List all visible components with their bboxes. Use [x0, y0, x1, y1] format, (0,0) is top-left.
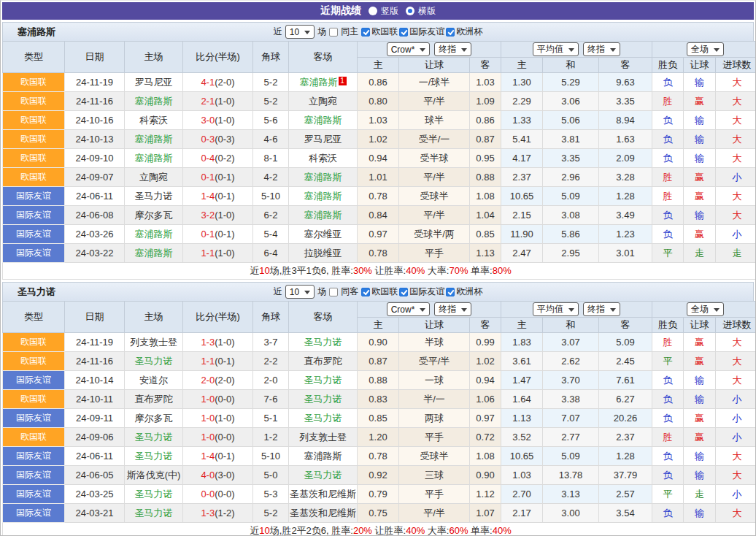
avg-source-select[interactable]: 平均值: [533, 42, 579, 56]
odds-away-cell: 0.88: [470, 168, 501, 187]
corner-cell: 2-2: [253, 352, 289, 371]
away-team-cell: 圣马力诺: [289, 390, 358, 409]
odds-source-select[interactable]: Crow*: [387, 302, 431, 316]
competition-checkbox[interactable]: [399, 288, 408, 296]
avg-source-select[interactable]: 平均值: [533, 302, 579, 316]
chevron-down-icon: [610, 48, 616, 55]
away-team-cell: 塞浦路斯: [289, 111, 358, 130]
odds-home-cell: 0.84: [358, 206, 399, 225]
avg-draw-cell: 3.13: [543, 485, 599, 504]
competition-checkbox[interactable]: [399, 28, 408, 37]
result-cell: 负: [652, 225, 684, 244]
match-type-cell: 欧国联: [3, 352, 65, 371]
summary-segment: 10: [259, 525, 269, 536]
avg-stage-select[interactable]: 终指: [583, 42, 620, 56]
competition-checkbox[interactable]: [361, 288, 370, 296]
handicap-cell: 平手: [399, 428, 470, 447]
date-cell: 24-03-26: [65, 225, 125, 244]
home-team-cell: 塞浦路斯: [125, 244, 183, 263]
match-type-cell: 欧国联: [3, 92, 65, 111]
home-team-cell: 塞浦路斯: [125, 92, 183, 111]
handicap-cell: 平/半: [399, 168, 470, 187]
handicap-result-cell: 输: [684, 390, 716, 409]
avg-home-cell: 2.37: [501, 168, 543, 187]
odds-stage-select[interactable]: 终指: [434, 302, 471, 316]
goals-cell: 大: [716, 187, 756, 206]
chevron-down-icon: [461, 308, 467, 315]
date-cell: 24-06-11: [65, 447, 125, 466]
col-header-home: 主场: [125, 42, 183, 73]
handicap-cell: 平手: [399, 244, 470, 263]
same-venue-checkbox[interactable]: [329, 288, 338, 296]
handicap-cell: 球半: [399, 111, 470, 130]
odds-away-cell: 1.08: [470, 447, 501, 466]
rank-badge: 1: [339, 77, 347, 85]
summary-segment: 60%: [449, 525, 468, 536]
avg-draw-cell: 13.78: [543, 466, 599, 485]
chevron-down-icon: [714, 48, 720, 55]
score-cell: 3-2(1-0): [183, 206, 253, 225]
col-header-corners: 角球: [253, 42, 289, 73]
away-team-cell: 塞尔维亚: [289, 225, 358, 244]
matches-table: 类型 日期 主场 比分(半场) 角球 客场 Crow* 终指 平均值: [2, 301, 756, 536]
avg-away-cell: 3.01: [599, 244, 652, 263]
vertical-radio[interactable]: [369, 7, 377, 15]
competition-checkboxes: 欧国联国际友谊欧洲杯: [361, 286, 482, 298]
match-count-select[interactable]: 10: [285, 25, 315, 39]
odds-away-cell: 0.99: [470, 333, 501, 352]
scope-select[interactable]: 全场: [687, 302, 724, 316]
match-row: 国际友谊24-06-11圣马力诺1-4(0-1)5-10塞浦路斯0.78受球半1…: [3, 447, 756, 466]
avg-stage-select[interactable]: 终指: [583, 302, 620, 316]
result-cell: 胜: [652, 187, 684, 206]
col-header-avg-draw: 和: [543, 318, 599, 333]
col-header-avg-home: 主: [501, 318, 543, 333]
col-header-score: 比分(半场): [183, 42, 253, 73]
col-header-type: 类型: [3, 302, 65, 333]
avg-away-cell: 2.57: [599, 485, 652, 504]
avg-draw-cell: 5.09: [543, 187, 599, 206]
competition-checkbox[interactable]: [361, 28, 370, 37]
goals-cell: 大: [716, 466, 756, 485]
odds-home-cell: 1.03: [358, 111, 399, 130]
match-type-cell: 国际友谊: [3, 485, 65, 504]
odds-away-cell: 0.94: [470, 371, 501, 390]
horizontal-layout-option[interactable]: 横版: [406, 5, 436, 18]
goals-cell: 大: [716, 92, 756, 111]
match-row: 国际友谊24-03-22塞浦路斯1-1(1-0)6-4拉脱维亚0.78平手1.1…: [3, 244, 756, 263]
col-header-away: 客场: [289, 302, 358, 333]
same-venue-label: 同客: [341, 286, 358, 298]
chevron-down-icon: [461, 48, 467, 55]
competition-checkbox[interactable]: [446, 28, 455, 37]
match-count-select[interactable]: 10: [285, 285, 315, 299]
odds-stage-select[interactable]: 终指: [434, 42, 471, 56]
home-team-cell: 斯洛伐克(中): [125, 466, 183, 485]
scope-select[interactable]: 全场: [687, 42, 724, 56]
home-team-cell: 摩尔多瓦: [125, 409, 183, 428]
date-cell: 24-03-22: [65, 244, 125, 263]
horizontal-radio[interactable]: [406, 7, 414, 15]
match-type-cell: 国际友谊: [3, 187, 65, 206]
odds-source-select[interactable]: Crow*: [387, 42, 431, 56]
away-team-cell: 塞浦路斯: [289, 447, 358, 466]
vertical-layout-option[interactable]: 竖版: [369, 5, 398, 18]
recent-results-panel: 近期战绩 竖版 横版 塞浦路斯 近 10 场 同主 欧国联国际友谊欧洲杯: [0, 0, 756, 536]
summary-segment: 70%: [449, 265, 468, 276]
avg-draw-cell: 2.95: [543, 244, 599, 263]
goals-cell: 小: [716, 168, 756, 187]
summary-row: 近10场,胜3平1负6, 胜率:30% 让胜率:40% 大率:70% 单率:80…: [3, 263, 756, 280]
avg-away-cell: 7.61: [599, 371, 652, 390]
score-cell: 0-1(0-1): [183, 168, 253, 187]
competition-checkbox[interactable]: [446, 288, 455, 296]
summary-segment: 单率:: [468, 525, 492, 536]
home-team-cell: 塞浦路斯: [125, 149, 183, 168]
date-cell: 24-11-19: [65, 73, 125, 92]
summary-segment: 30%: [353, 265, 372, 276]
away-team-cell: 圣马力诺: [289, 333, 358, 352]
result-cell: 负: [652, 149, 684, 168]
summary-segment: 近: [250, 525, 259, 536]
avg-home-cell: 1.64: [501, 390, 543, 409]
corner-cell: 2-0: [253, 371, 289, 390]
same-venue-checkbox[interactable]: [329, 28, 338, 37]
handicap-result-cell: 赢: [684, 428, 716, 447]
home-team-cell: 圣马力诺: [125, 352, 183, 371]
